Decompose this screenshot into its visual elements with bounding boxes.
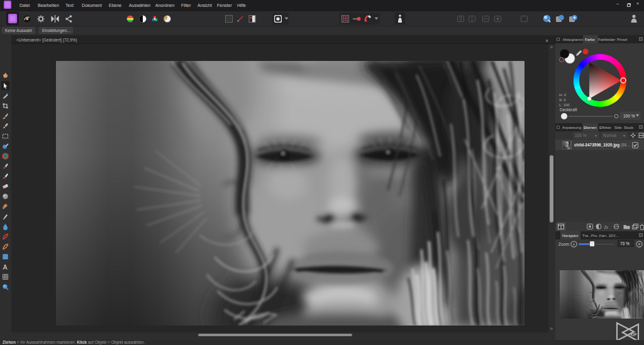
svg-text:A: A — [3, 264, 8, 271]
svg-text:100 %: 100 % — [623, 114, 635, 118]
svg-text:Deckkraft: Deckkraft — [560, 107, 577, 112]
svg-text:fx: fx — [604, 224, 608, 229]
svg-text:H: 0: H: 0 — [559, 93, 567, 97]
svg-text:XIP: XIP — [630, 332, 637, 337]
svg-text:S: 0: S: 0 — [559, 98, 566, 102]
svg-text:L: 100: L: 100 — [559, 103, 570, 107]
